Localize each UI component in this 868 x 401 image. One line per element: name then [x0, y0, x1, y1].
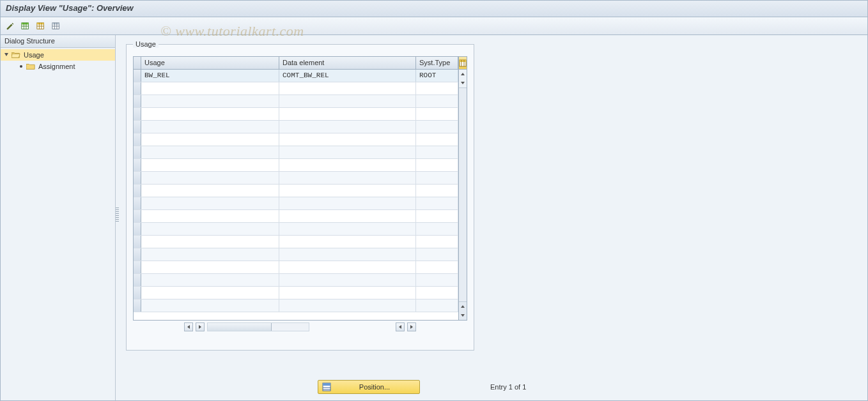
- row-selector[interactable]: [134, 274, 141, 286]
- cell-usage: [141, 261, 279, 273]
- table-row[interactable]: [134, 121, 458, 133]
- position-button[interactable]: Position...: [318, 380, 420, 394]
- table-row[interactable]: [134, 172, 458, 185]
- row-selector[interactable]: [134, 146, 141, 158]
- table-row[interactable]: [134, 108, 458, 121]
- table-row[interactable]: [134, 210, 458, 223]
- cell-usage: [141, 299, 279, 312]
- cell-type: [416, 172, 458, 184]
- scroll-right-button[interactable]: [196, 322, 205, 331]
- row-selector[interactable]: [134, 82, 141, 95]
- column-header-data-element[interactable]: Data element: [279, 57, 416, 69]
- toolbar-table3-button[interactable]: [50, 20, 62, 32]
- cell-type: [416, 197, 458, 209]
- toolbar: [1, 17, 867, 35]
- scroll-up-button-2[interactable]: [459, 79, 467, 87]
- scroll-right-end-button[interactable]: [407, 322, 416, 331]
- table-row[interactable]: [134, 82, 458, 95]
- tree-item-assignment[interactable]: Assignment: [1, 61, 115, 72]
- cell-type: [416, 159, 458, 171]
- cell-elem: [279, 133, 416, 146]
- table-row[interactable]: [134, 146, 458, 159]
- cell-type: [416, 299, 458, 312]
- column-header-syst-type[interactable]: Syst.Type: [416, 57, 458, 69]
- cell-type: [416, 223, 458, 235]
- row-selector[interactable]: [134, 223, 141, 235]
- position-button-label: Position...: [334, 383, 415, 391]
- table-row[interactable]: [134, 274, 458, 287]
- scroll-down-button[interactable]: [459, 311, 467, 320]
- row-selector[interactable]: [134, 133, 141, 146]
- row-selector[interactable]: [134, 108, 141, 120]
- cell-type: [416, 287, 458, 299]
- scroll-left-button[interactable]: [184, 322, 193, 331]
- sap-screen: Display View "Usage": Overview © www.tut…: [0, 0, 868, 401]
- row-selector[interactable]: [134, 70, 141, 82]
- cell-usage: [141, 95, 279, 107]
- table-row[interactable]: [134, 95, 458, 108]
- table-row[interactable]: [134, 159, 458, 172]
- horizontal-scrollbar-track[interactable]: [207, 322, 309, 331]
- table-row[interactable]: [134, 236, 458, 248]
- row-selector[interactable]: [134, 287, 141, 299]
- table-row[interactable]: [134, 287, 458, 299]
- cell-elem: [279, 274, 416, 286]
- cell-type: ROOT: [416, 70, 458, 82]
- table-row[interactable]: [134, 248, 458, 261]
- row-selector[interactable]: [134, 121, 141, 133]
- row-selector[interactable]: [134, 299, 141, 312]
- horizontal-scrollbar: [133, 321, 467, 332]
- row-selector[interactable]: [134, 95, 141, 107]
- scroll-up-button[interactable]: [459, 70, 467, 79]
- row-selector[interactable]: [134, 197, 141, 209]
- cell-type: [416, 185, 458, 197]
- table-row[interactable]: [134, 299, 458, 312]
- toolbar-edit-button[interactable]: [4, 20, 16, 32]
- cell-type: [416, 82, 458, 95]
- column-header-usage[interactable]: Usage: [141, 57, 279, 69]
- cell-elem: [279, 146, 416, 158]
- cell-usage: [141, 210, 279, 222]
- cell-type: [416, 261, 458, 273]
- vertical-scrollbar-track[interactable]: [459, 87, 467, 302]
- row-header-corner[interactable]: [134, 57, 141, 69]
- row-selector[interactable]: [134, 210, 141, 222]
- cell-elem: [279, 172, 416, 184]
- cell-elem: [279, 210, 416, 222]
- row-selector[interactable]: [134, 261, 141, 273]
- table-row[interactable]: [134, 223, 458, 236]
- cell-elem: [279, 236, 416, 248]
- table-row[interactable]: [134, 197, 458, 210]
- cell-usage: [141, 108, 279, 120]
- toolbar-table1-button[interactable]: [20, 20, 31, 32]
- table-settings-button[interactable]: [459, 57, 467, 70]
- cell-elem: [279, 95, 416, 107]
- row-selector[interactable]: [134, 159, 141, 171]
- cell-elem: [279, 197, 416, 209]
- row-selector[interactable]: [134, 172, 141, 184]
- table-row[interactable]: [134, 185, 458, 197]
- tree-collapse-icon[interactable]: [3, 52, 10, 58]
- scroll-left-end-button[interactable]: [396, 322, 405, 331]
- table-row[interactable]: [134, 133, 458, 146]
- splitter-handle[interactable]: [116, 208, 119, 223]
- row-selector[interactable]: [134, 248, 141, 261]
- table-row[interactable]: [134, 261, 458, 274]
- toolbar-table2-button[interactable]: [35, 20, 47, 32]
- table-row[interactable]: BW_RELCOMT_BW_RELROOT: [134, 70, 458, 82]
- cell-elem: [279, 299, 416, 312]
- bullet-icon: [20, 65, 22, 68]
- body: Dialog Structure Usage Assig: [1, 35, 867, 400]
- cell-elem: [279, 82, 416, 95]
- cell-type: [416, 133, 458, 146]
- cell-usage: [141, 82, 279, 95]
- row-selector[interactable]: [134, 236, 141, 248]
- tree-item-label: Usage: [22, 51, 44, 59]
- cell-elem: [279, 261, 416, 273]
- chevron-left-icon: [398, 324, 403, 329]
- row-selector[interactable]: [134, 185, 141, 197]
- svg-rect-6: [37, 22, 44, 24]
- scroll-up-button-3[interactable]: [459, 302, 467, 311]
- tree-item-usage[interactable]: Usage: [1, 49, 115, 61]
- horizontal-scrollbar-thumb[interactable]: [208, 323, 272, 331]
